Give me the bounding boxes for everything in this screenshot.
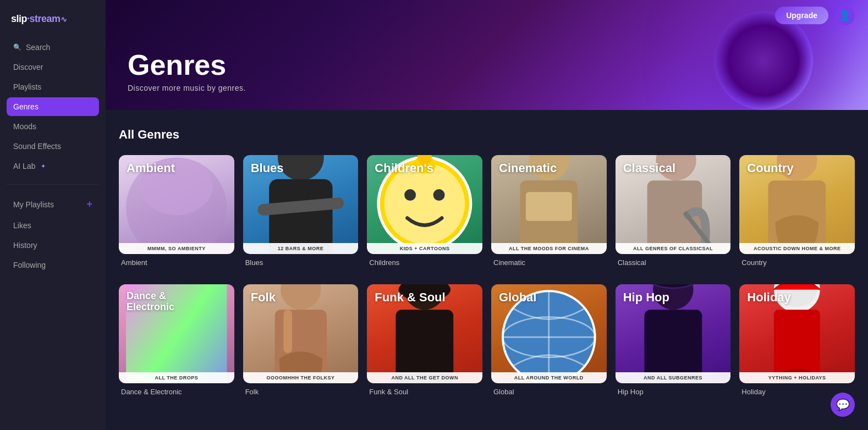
genre-card-ambient[interactable]: Ambient MMMM, SO AMBIENTY: [119, 155, 234, 254]
genre-image-blues: [243, 175, 359, 241]
all-genres-title: All Genres: [119, 128, 855, 142]
genre-image-classical: [616, 175, 731, 241]
sidebar-item-playlists[interactable]: Playlists: [7, 78, 99, 96]
sidebar-label-moods: Moods: [13, 122, 36, 131]
genre-grid-row1: Ambient MMMM, SO AMBIENTY Ambient Blues …: [119, 155, 855, 267]
genre-label-classical: Classical: [616, 258, 731, 267]
user-icon: 👤: [839, 9, 851, 21]
genre-card-subtitle: AND ALL THE GET DOWN: [367, 372, 482, 383]
genre-item-childrens: Children's KIDS + CARTOONS Childrens: [367, 155, 482, 267]
genre-card-classical[interactable]: Classical ALL GENRES OF CLASSICSAL: [616, 155, 731, 254]
sidebar-item-discover[interactable]: Discover: [7, 58, 99, 76]
sidebar-user-section: My Playlists + Likes History Following: [0, 194, 106, 274]
genre-card-title: Folk: [251, 291, 276, 304]
genre-card-subtitle: ACOUSTIC DOWN HOME & MORE: [739, 243, 855, 254]
genre-label-hiphop: Hip Hop: [616, 388, 731, 396]
genre-card-title: Children's: [375, 162, 433, 175]
genre-item-blues: Blues 12 BARS & MORE Blues: [243, 155, 359, 267]
genre-label-childrens: Childrens: [367, 258, 482, 267]
chat-support-button[interactable]: 💬: [831, 393, 855, 417]
genre-item-hiphop: Hip Hop AND ALL SUBGENRES Hip Hop: [616, 284, 731, 396]
genre-label-folk: Folk: [243, 388, 359, 396]
genre-card-subtitle: ALL THE DROPS: [119, 372, 234, 383]
sidebar-item-sound-effects[interactable]: Sound Effects: [7, 137, 99, 156]
sidebar-item-moods[interactable]: Moods: [7, 117, 99, 136]
svg-point-2: [278, 155, 324, 180]
genre-label-dance: Dance & Electronic: [119, 388, 234, 396]
genre-card-title: Holiday: [747, 291, 790, 304]
genre-image-hiphop: [616, 304, 731, 370]
logo-symbol: ∿: [61, 15, 67, 24]
genre-item-dance: Dance &Electronic ALL THE DROPS Dance & …: [119, 284, 234, 396]
genre-card-subtitle: 12 BARS & MORE: [243, 243, 359, 254]
svg-rect-23: [283, 310, 292, 353]
user-avatar-button[interactable]: 👤: [835, 5, 855, 25]
genre-image-cinematic: [491, 175, 607, 241]
genre-card-title: Funk & Soul: [375, 291, 445, 304]
genre-card-title: Cinematic: [499, 162, 557, 175]
genre-label-blues: Blues: [243, 258, 359, 267]
genre-card-dance[interactable]: Dance &Electronic ALL THE DROPS: [119, 284, 234, 383]
genre-item-country: Country ACOUSTIC DOWN HOME & MORE Countr…: [739, 155, 855, 267]
chat-icon: 💬: [836, 398, 850, 411]
add-playlist-button[interactable]: +: [86, 199, 92, 210]
sidebar-label-genres: Genres: [13, 102, 39, 111]
sidebar-divider: [7, 184, 99, 185]
genre-image-childrens: [367, 175, 482, 241]
genre-item-classical: Classical ALL GENRES OF CLASSICSAL Class…: [616, 155, 731, 267]
genre-card-funk[interactable]: Funk & Soul AND ALL THE GET DOWN: [367, 284, 482, 383]
genre-label-global: Global: [491, 388, 607, 396]
genre-card-folk[interactable]: Folk OOOOMHHH THE FOLKSY: [243, 284, 359, 383]
sidebar-item-following[interactable]: Following: [7, 256, 99, 274]
genre-label-cinematic: Cinematic: [491, 258, 607, 267]
svg-rect-13: [526, 192, 572, 220]
genre-card-title: Blues: [251, 162, 284, 175]
genre-card-global[interactable]: Global ALL AROUND THE WORLD: [491, 284, 607, 383]
genre-card-subtitle: YYTHING + HOLIDAYS: [739, 372, 855, 383]
genre-item-cinematic: Cinematic ALL THE MOODS FOR CINEMA Cinem…: [491, 155, 607, 267]
genre-card-hiphop[interactable]: Hip Hop AND ALL SUBGENRES: [616, 284, 731, 383]
hero-title: Genres: [128, 51, 246, 79]
logo-accent: ·stream: [27, 13, 61, 24]
sidebar-label-sound-effects: Sound Effects: [13, 142, 61, 151]
genre-item-folk: Folk OOOOMHHH THE FOLKSY Folk: [243, 284, 359, 396]
sidebar-item-genres[interactable]: Genres: [7, 97, 99, 116]
genre-card-country[interactable]: Country ACOUSTIC DOWN HOME & MORE: [739, 155, 855, 254]
top-header: Upgrade 👤: [106, 0, 868, 31]
hero-subtitle: Discover more music by genres.: [128, 84, 246, 92]
genre-image-global: [491, 304, 607, 370]
genre-card-title: Dance &Electronic: [127, 291, 174, 313]
genre-image-country: [739, 175, 855, 241]
sidebar-label-search: Search: [26, 43, 50, 52]
sidebar-item-ai-lab[interactable]: AI Lab ✦: [7, 157, 99, 175]
genre-image-funk: [367, 304, 482, 370]
sidebar-item-likes[interactable]: Likes: [7, 216, 99, 235]
genre-item-global: Global ALL AROUND THE WORLD Global: [491, 284, 607, 396]
genre-image-ambient: [119, 175, 234, 241]
genre-card-subtitle: AND ALL SUBGENRES: [616, 372, 731, 383]
sidebar-label-likes: Likes: [13, 221, 31, 230]
genre-card-subtitle: ALL AROUND THE WORLD: [491, 372, 607, 383]
genre-card-holiday[interactable]: Holiday YYTHING + HOLIDAYS: [739, 284, 855, 383]
svg-point-6: [384, 163, 465, 244]
search-icon: 🔍: [13, 43, 21, 51]
logo: slip·stream∿: [0, 9, 106, 38]
genre-label-ambient: Ambient: [119, 258, 234, 267]
genre-card-title: Country: [747, 162, 793, 175]
genre-card-blues[interactable]: Blues 12 BARS & MORE: [243, 155, 359, 254]
genre-label-country: Country: [739, 258, 855, 267]
sidebar-label-ai-lab: AI Lab: [13, 162, 35, 170]
genre-card-title: Ambient: [127, 162, 175, 175]
sidebar-item-history[interactable]: History: [7, 236, 99, 255]
genre-card-cinematic[interactable]: Cinematic ALL THE MOODS FOR CINEMA: [491, 155, 607, 254]
svg-point-21: [281, 284, 321, 310]
upgrade-button[interactable]: Upgrade: [775, 7, 828, 24]
genre-card-childrens[interactable]: Children's KIDS + CARTOONS: [367, 155, 482, 254]
genre-card-subtitle: KIDS + CARTOONS: [367, 243, 482, 254]
svg-point-8: [433, 189, 445, 201]
genre-card-subtitle: ALL GENRES OF CLASSICSAL: [616, 243, 731, 254]
genre-card-subtitle: MMMM, SO AMBIENTY: [119, 243, 234, 254]
sidebar-item-search[interactable]: 🔍 Search: [7, 38, 99, 57]
genre-label-funk: Funk & Soul: [367, 388, 482, 396]
sidebar-item-my-playlists[interactable]: My Playlists +: [7, 194, 99, 215]
